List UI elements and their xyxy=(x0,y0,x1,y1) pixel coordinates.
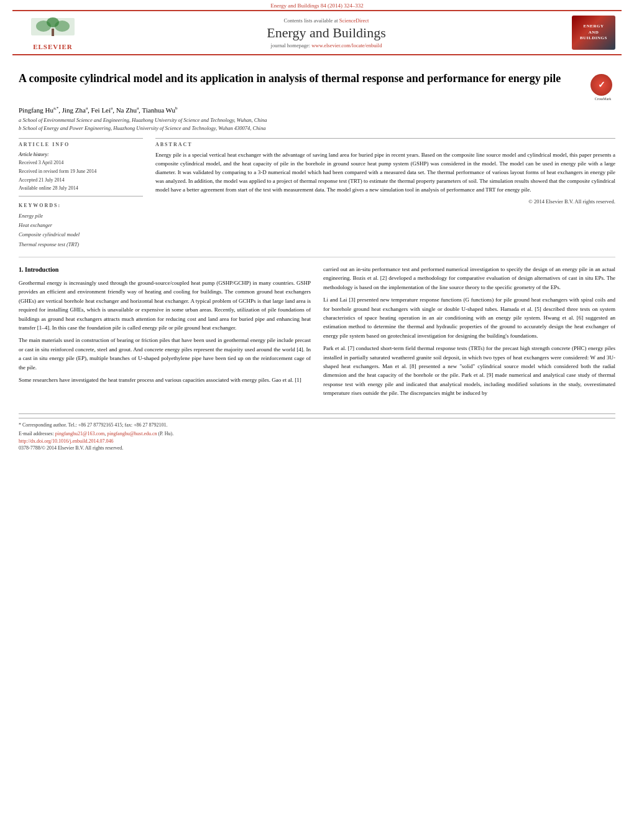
right-para-2: Li and Lai [3] presented new temperature… xyxy=(323,295,615,340)
keyword-4: Thermal response test (TRT) xyxy=(19,240,143,249)
journal-homepage: journal homepage: www.elsevier.com/locat… xyxy=(87,42,566,48)
article-title-section: A composite cylindrical model and its ap… xyxy=(19,71,615,101)
authors-line: Pingfang Hua,*, Jing Zhaa, Fei Leia, Na … xyxy=(19,106,615,114)
footnote-star-text: * Corresponding author. Tel.: +86 27 877… xyxy=(19,422,167,428)
section-divider xyxy=(19,257,615,257)
author-sup-b: b xyxy=(175,106,178,111)
main-content: A composite cylindrical model and its ap… xyxy=(0,55,634,407)
abstract-column: ABSTRACT Energy pile is a special vertic… xyxy=(155,138,615,249)
journal-header: ELSEVIER Contents lists available at Sci… xyxy=(12,10,622,55)
received-date: Received 3 April 2014 xyxy=(19,159,143,167)
article-title: A composite cylindrical model and its ap… xyxy=(19,71,584,86)
abstract-section: ABSTRACT Energy pile is a special vertic… xyxy=(155,138,615,205)
article-info-box: ARTICLE INFO Article history: Received 3… xyxy=(19,138,143,196)
affiliation-b: b School of Energy and Power Engineering… xyxy=(19,124,615,133)
elsevier-wordmark: ELSEVIER xyxy=(33,43,73,50)
sciencedirect-link[interactable]: ScienceDirect xyxy=(339,17,369,24)
intro-para-2: The main materials used in construction … xyxy=(19,336,311,372)
keywords-box: Keywords: Energy pile Heat exchanger Com… xyxy=(19,203,143,249)
accepted-date: Accepted 21 July 2014 xyxy=(19,176,143,185)
email-label: E-mail addresses: xyxy=(19,431,54,436)
affiliation-a: a School of Environmental Science and En… xyxy=(19,116,615,125)
article-history: Article history: Received 3 April 2014 R… xyxy=(19,150,143,193)
footnote-corresponding: * Corresponding author. Tel.: +86 27 877… xyxy=(19,421,615,430)
body-left-col: 1. Introduction Geothermal energy is inc… xyxy=(19,265,311,401)
svg-rect-4 xyxy=(52,29,54,36)
affiliations: a School of Environmental Science and En… xyxy=(19,116,615,133)
eb-logo: ENERGY AND BUILDINGS xyxy=(572,16,615,50)
abstract-copyright: © 2014 Elsevier B.V. All rights reserved… xyxy=(155,198,615,205)
keywords-list: Energy pile Heat exchanger Composite cyl… xyxy=(19,211,143,249)
body-content: 1. Introduction Geothermal energy is inc… xyxy=(19,265,615,401)
elsevier-tree-icon xyxy=(28,15,78,43)
eb-logo-text: ENERGY AND BUILDINGS xyxy=(580,24,607,42)
footer-copyright: 0378-7788/© 2014 Elsevier B.V. All right… xyxy=(19,445,615,451)
revised-date: Received in revised form 19 June 2014 xyxy=(19,167,143,176)
footer: * Corresponding author. Tel.: +86 27 877… xyxy=(19,413,615,454)
body-right-col: carried out an in-situ performance test … xyxy=(323,265,615,401)
available-date: Available online 28 July 2014 xyxy=(19,184,143,193)
homepage-url[interactable]: www.elsevier.com/locate/enbuild xyxy=(311,42,382,48)
svg-point-3 xyxy=(47,17,59,27)
right-para-3: Park et al. [7] conducted short-term fie… xyxy=(323,344,615,397)
history-label: Article history: xyxy=(19,150,143,159)
footnote-email: E-mail addresses: pingfanghu21@163.com, … xyxy=(19,430,615,438)
article-info-abstract-row: ARTICLE INFO Article history: Received 3… xyxy=(19,138,615,249)
email1-link[interactable]: pingfanghu21@163.com xyxy=(55,431,105,436)
keyword-3: Composite cylindrical model xyxy=(19,230,143,239)
intro-para-3: Some researchers have investigated the h… xyxy=(19,376,311,384)
keyword-2: Heat exchanger xyxy=(19,221,143,230)
abstract-text: Energy pile is a special vertical heat e… xyxy=(155,151,615,195)
journal-title: Energy and Buildings xyxy=(87,25,566,41)
journal-center-block: Contents lists available at ScienceDirec… xyxy=(87,17,566,48)
article-info-column: ARTICLE INFO Article history: Received 3… xyxy=(19,138,143,249)
keywords-header: Keywords: xyxy=(19,203,143,208)
author-sup-a4: a xyxy=(137,106,139,111)
elsevier-logo: ELSEVIER xyxy=(19,15,87,50)
right-para-1: carried out an in-situ performance test … xyxy=(323,265,615,292)
contents-available-text: Contents lists available at ScienceDirec… xyxy=(87,17,566,24)
journal-ref-text: Energy and Buildings 84 (2014) 324–332 xyxy=(270,2,364,9)
body-right-text: carried out an in-situ performance test … xyxy=(323,265,615,397)
keyword-1: Energy pile xyxy=(19,211,143,221)
crossmark-icon: ✓ xyxy=(590,74,612,96)
section1-title: 1. Introduction xyxy=(19,265,311,275)
doi-link[interactable]: http://dx.doi.org/10.1016/j.enbuild.2014… xyxy=(19,438,615,444)
eb-logo-box: ENERGY AND BUILDINGS xyxy=(566,16,615,50)
author-sup-a3: a xyxy=(111,106,113,111)
crossmark-label: CrossMark xyxy=(590,97,615,101)
email2-link[interactable]: pingfanghu@hust.edu.cn xyxy=(107,431,157,436)
intro-para-1: Geothermal energy is increasingly used t… xyxy=(19,279,311,332)
author-sup-a2: a xyxy=(86,106,88,111)
author-sup-a1: a,* xyxy=(53,106,58,111)
body-left-text: Geothermal energy is increasingly used t… xyxy=(19,279,311,384)
abstract-header: ABSTRACT xyxy=(155,142,615,147)
journal-reference: Energy and Buildings 84 (2014) 324–332 xyxy=(0,0,634,10)
footer-rule xyxy=(19,418,615,418)
article-info-header: ARTICLE INFO xyxy=(19,142,143,147)
crossmark-badge-container: ✓ CrossMark xyxy=(590,74,615,101)
